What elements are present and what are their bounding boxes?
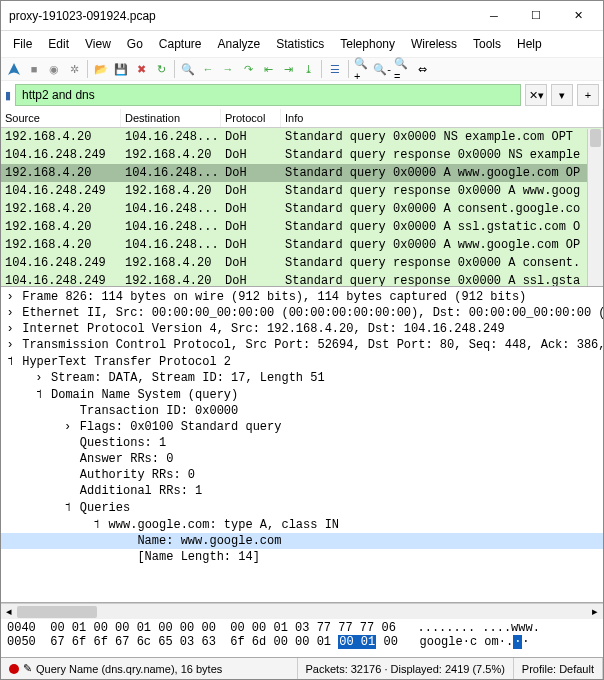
- detail-line[interactable]: › Internet Protocol Version 4, Src: 192.…: [1, 321, 603, 337]
- tree-caret-icon[interactable]: [63, 484, 73, 498]
- packet-list-header: Source Destination Protocol Info: [1, 109, 603, 128]
- hex-dump-pane[interactable]: 0040 00 01 00 00 01 00 00 00 00 00 01 03…: [1, 619, 603, 657]
- menu-capture[interactable]: Capture: [153, 35, 208, 53]
- tree-caret-icon[interactable]: [63, 404, 73, 418]
- menu-help[interactable]: Help: [511, 35, 548, 53]
- packet-row[interactable]: 104.16.248.249192.168.4.20DoHStandard qu…: [1, 146, 603, 164]
- next-icon[interactable]: →: [219, 60, 237, 78]
- zoom-reset-icon[interactable]: 🔍=: [393, 60, 411, 78]
- packet-row[interactable]: 104.16.248.249192.168.4.20DoHStandard qu…: [1, 254, 603, 272]
- maximize-button[interactable]: ☐: [515, 2, 557, 30]
- display-filter-input[interactable]: http2 and dns: [15, 84, 521, 106]
- resize-cols-icon[interactable]: ⇔: [413, 60, 431, 78]
- save-icon[interactable]: 💾: [112, 60, 130, 78]
- col-info[interactable]: Info: [281, 109, 603, 127]
- tree-caret-icon[interactable]: [63, 452, 73, 466]
- minimize-button[interactable]: ─: [473, 2, 515, 30]
- close-button[interactable]: ✕: [557, 2, 599, 30]
- stop-icon[interactable]: ■: [25, 60, 43, 78]
- detail-line[interactable]: Answer RRs: 0: [1, 451, 603, 467]
- packet-list-pane[interactable]: Source Destination Protocol Info 192.168…: [1, 109, 603, 287]
- tree-caret-icon[interactable]: ˦: [91, 517, 101, 532]
- tree-caret-icon[interactable]: ›: [34, 371, 44, 385]
- detail-line[interactable]: Authority RRs: 0: [1, 467, 603, 483]
- detail-line[interactable]: › Transmission Control Protocol, Src Por…: [1, 337, 603, 353]
- tree-caret-icon[interactable]: ›: [5, 322, 15, 336]
- find-icon[interactable]: 🔍: [179, 60, 197, 78]
- detail-line[interactable]: Transaction ID: 0x0000: [1, 403, 603, 419]
- close-file-icon[interactable]: ✖: [132, 60, 150, 78]
- packet-row[interactable]: 192.168.4.20104.16.248...DoHStandard que…: [1, 218, 603, 236]
- zoom-in-icon[interactable]: 🔍+: [353, 60, 371, 78]
- col-source[interactable]: Source: [1, 109, 121, 127]
- detail-line[interactable]: ˦ Queries: [1, 499, 603, 516]
- zoom-out-icon[interactable]: 🔍-: [373, 60, 391, 78]
- menu-tools[interactable]: Tools: [467, 35, 507, 53]
- scroll-right-icon[interactable]: ▸: [587, 605, 603, 618]
- detail-line[interactable]: ˦ www.google.com: type A, class IN: [1, 516, 603, 533]
- expert-info-icon[interactable]: [9, 664, 19, 674]
- last-icon[interactable]: ⇥: [279, 60, 297, 78]
- detail-line[interactable]: Additional RRs: 1: [1, 483, 603, 499]
- bookmark-icon[interactable]: ▮: [5, 89, 11, 102]
- detail-line[interactable]: ˦ HyperText Transfer Protocol 2: [1, 353, 603, 370]
- tree-caret-icon[interactable]: ˦: [5, 354, 15, 369]
- packet-row[interactable]: 104.16.248.249192.168.4.20DoHStandard qu…: [1, 182, 603, 200]
- tree-caret-icon[interactable]: ˦: [34, 387, 44, 402]
- menu-go[interactable]: Go: [121, 35, 149, 53]
- menu-file[interactable]: File: [7, 35, 38, 53]
- tree-caret-icon[interactable]: ›: [5, 290, 15, 304]
- vertical-scrollbar[interactable]: [587, 129, 603, 286]
- packet-row[interactable]: 192.168.4.20104.16.248...DoHStandard que…: [1, 200, 603, 218]
- filter-apply-button[interactable]: ▾: [551, 84, 573, 106]
- col-destination[interactable]: Destination: [121, 109, 221, 127]
- packet-details-pane[interactable]: › Frame 826: 114 bytes on wire (912 bits…: [1, 287, 603, 603]
- status-bar: ✎ Query Name (dns.qry.name), 16 bytes Pa…: [1, 657, 603, 679]
- prev-icon[interactable]: ←: [199, 60, 217, 78]
- fin-icon[interactable]: [5, 60, 23, 78]
- packet-row[interactable]: 192.168.4.20104.16.248...DoHStandard que…: [1, 164, 603, 182]
- reload-icon[interactable]: ↻: [152, 60, 170, 78]
- status-right[interactable]: Profile: Default: [514, 658, 603, 679]
- tree-caret-icon[interactable]: [120, 534, 130, 548]
- tree-caret-icon[interactable]: ›: [63, 420, 73, 434]
- tree-caret-icon[interactable]: [63, 468, 73, 482]
- detail-line[interactable]: › Ethernet II, Src: 00:00:00_00:00:00 (0…: [1, 305, 603, 321]
- restart-icon[interactable]: ◉: [45, 60, 63, 78]
- menu-edit[interactable]: Edit: [42, 35, 75, 53]
- detail-line[interactable]: Name: www.google.com: [1, 533, 603, 549]
- tree-caret-icon[interactable]: ›: [5, 338, 15, 352]
- first-icon[interactable]: ⇤: [259, 60, 277, 78]
- packet-row[interactable]: 192.168.4.20104.16.248...DoHStandard que…: [1, 236, 603, 254]
- col-protocol[interactable]: Protocol: [221, 109, 281, 127]
- tree-caret-icon[interactable]: ˦: [63, 500, 73, 515]
- detail-line[interactable]: [Name Length: 14]: [1, 549, 603, 565]
- menu-telephony[interactable]: Telephony: [334, 35, 401, 53]
- menu-analyze[interactable]: Analyze: [212, 35, 267, 53]
- colorize-icon[interactable]: ☰: [326, 60, 344, 78]
- menu-view[interactable]: View: [79, 35, 117, 53]
- details-hscroll[interactable]: ◂ ▸: [1, 603, 603, 619]
- title-bar: proxy-191023-091924.pcap ─ ☐ ✕: [1, 1, 603, 31]
- options-icon[interactable]: ✲: [65, 60, 83, 78]
- detail-line[interactable]: › Flags: 0x0100 Standard query: [1, 419, 603, 435]
- tree-caret-icon[interactable]: [120, 550, 130, 564]
- capture-info-icon[interactable]: ✎: [23, 662, 32, 675]
- autoscroll-icon[interactable]: ⤓: [299, 60, 317, 78]
- filter-add-button[interactable]: +: [577, 84, 599, 106]
- jump-icon[interactable]: ↷: [239, 60, 257, 78]
- detail-line[interactable]: › Frame 826: 114 bytes on wire (912 bits…: [1, 289, 603, 305]
- packet-row[interactable]: 192.168.4.20104.16.248...DoHStandard que…: [1, 128, 603, 146]
- menu-statistics[interactable]: Statistics: [270, 35, 330, 53]
- scroll-left-icon[interactable]: ◂: [1, 605, 17, 618]
- filter-clear-button[interactable]: ✕▾: [525, 84, 547, 106]
- tree-caret-icon[interactable]: [63, 436, 73, 450]
- detail-line[interactable]: Questions: 1: [1, 435, 603, 451]
- tree-caret-icon[interactable]: ›: [5, 306, 15, 320]
- menu-wireless[interactable]: Wireless: [405, 35, 463, 53]
- detail-line[interactable]: ˦ Domain Name System (query): [1, 386, 603, 403]
- detail-line[interactable]: › Stream: DATA, Stream ID: 17, Length 51: [1, 370, 603, 386]
- filter-row: ▮ http2 and dns ✕▾ ▾ +: [1, 81, 603, 109]
- open-icon[interactable]: 📂: [92, 60, 110, 78]
- packet-row[interactable]: 104.16.248.249192.168.4.20DoHStandard qu…: [1, 272, 603, 287]
